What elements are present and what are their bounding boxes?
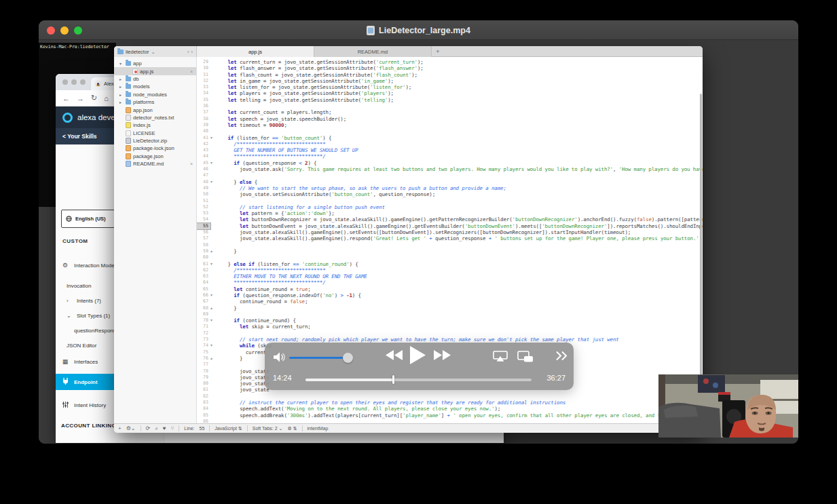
heart-icon[interactable]: ♥ xyxy=(163,425,166,431)
fold-spacer xyxy=(210,223,216,229)
volume-slider[interactable] xyxy=(289,357,353,359)
tab-readme-md[interactable]: README.md xyxy=(314,46,432,57)
status-settings-icon[interactable]: ⚙ ⇅ xyxy=(287,426,297,431)
line-number: 85 xyxy=(197,412,210,419)
fast-forward-button[interactable] xyxy=(433,350,451,360)
search-icon[interactable]: ⌕ xyxy=(155,425,157,432)
line-number: 45 xyxy=(197,160,210,166)
back-icon[interactable]: ← xyxy=(62,94,70,102)
fold-arrow-icon[interactable]: ▾ xyxy=(210,261,216,267)
line-number: 55 xyxy=(197,223,210,229)
tree-item-index-js[interactable]: index.js xyxy=(114,121,196,129)
browser-minimize-button[interactable] xyxy=(71,79,77,85)
close-file-icon[interactable]: × xyxy=(190,161,193,166)
expand-arrow-icon[interactable]: ▸ xyxy=(119,84,124,89)
fold-arrow-icon[interactable]: ▾ xyxy=(210,179,216,185)
tree-item-label: package-lock.json xyxy=(133,145,174,151)
code-line: 73 // start next round; randomly pick wh… xyxy=(197,336,703,343)
tree-item-readme-md[interactable]: README.md× xyxy=(114,160,196,168)
tree-item-node-modules[interactable]: ▸node_modules xyxy=(114,91,196,98)
volume-knob[interactable] xyxy=(343,353,353,363)
code-line: 52 // start listening for a single butto… xyxy=(197,204,703,210)
fold-arrow-icon[interactable]: ▾ xyxy=(210,292,216,298)
tree-item-package-json[interactable]: package.json xyxy=(114,153,196,160)
new-tab-button[interactable]: + xyxy=(432,46,444,57)
fold-arrow-icon[interactable]: ▾ xyxy=(210,317,216,324)
expand-arrow-icon[interactable]: ▸ xyxy=(119,92,124,97)
fold-arrow-icon[interactable]: ▴ xyxy=(210,248,216,254)
picture-in-picture-icon[interactable] xyxy=(517,351,534,362)
tree-item-label: index.js xyxy=(133,122,151,128)
forward-icon[interactable]: → xyxy=(77,94,84,102)
more-controls-icon[interactable] xyxy=(555,351,569,361)
status-line-value[interactable]: 55 xyxy=(199,426,204,431)
tree-item-package-lock-json[interactable]: package-lock.json xyxy=(114,144,196,152)
line-number: 48 xyxy=(197,179,210,185)
status-soft-tabs[interactable]: Soft Tabs: 2 ⌄ xyxy=(253,426,283,431)
browser-close-button[interactable] xyxy=(62,79,68,85)
tree-item-app[interactable]: ▾app xyxy=(114,60,196,67)
your-skills-link[interactable]: < Your Skills xyxy=(62,133,96,140)
chevron-down-icon: ⌄ xyxy=(151,49,155,55)
folder-icon xyxy=(126,92,131,97)
folder-icon xyxy=(126,100,131,104)
fold-spacer xyxy=(210,242,216,248)
js-file-icon xyxy=(126,122,131,128)
tree-item-models[interactable]: ▸models xyxy=(114,83,196,90)
fold-spacer xyxy=(210,330,216,336)
airplay-icon[interactable] xyxy=(493,351,508,362)
tree-item-db[interactable]: ▸db xyxy=(114,75,196,83)
fold-arrow-icon[interactable]: ▴ xyxy=(210,355,216,362)
folder-icon xyxy=(126,77,131,81)
tree-item-app-json[interactable]: app.json xyxy=(114,106,196,113)
line-number: 32 xyxy=(197,78,210,84)
refresh-icon[interactable]: ⟳ xyxy=(146,425,151,431)
status-extra[interactable]: intentMap xyxy=(308,426,329,431)
volume-icon[interactable] xyxy=(273,351,286,363)
fold-spacer xyxy=(210,362,216,368)
language-selector[interactable]: English (US) xyxy=(61,210,122,228)
tree-item-detector-notes-txt[interactable]: detector_notes.txt xyxy=(114,114,196,121)
code-line: 71 let skip = current_turn; xyxy=(197,324,703,330)
video-file-icon xyxy=(367,26,375,35)
branch-icon[interactable]: ⑂ xyxy=(170,425,174,431)
reload-icon[interactable]: ↻ xyxy=(91,94,97,102)
expand-arrow-icon[interactable]: ▸ xyxy=(119,100,124,104)
sidebar-item-permissions[interactable]: PERMISSIONS xyxy=(56,438,164,443)
expand-arrow-icon[interactable]: ▸ xyxy=(119,77,124,81)
fold-arrow-icon[interactable]: ▾ xyxy=(210,343,216,349)
add-icon[interactable]: + xyxy=(118,425,122,431)
playhead-handle[interactable] xyxy=(392,375,394,384)
home-icon[interactable]: ⌂ xyxy=(104,94,109,102)
play-button[interactable] xyxy=(410,346,426,364)
fold-arrow-icon[interactable]: ▾ xyxy=(210,160,216,166)
nav-forward-icon[interactable]: › xyxy=(191,49,193,55)
fold-arrow-icon[interactable]: ▴ xyxy=(210,305,216,311)
settings-icon[interactable]: ⚙⌄ xyxy=(126,425,136,431)
tree-item-license[interactable]: LICENSE xyxy=(114,130,196,137)
tree-item-platforms[interactable]: ▸platforms xyxy=(114,98,196,106)
close-file-icon[interactable]: × xyxy=(190,69,193,74)
timeline-slider[interactable] xyxy=(305,379,532,381)
tree-item-app-js[interactable]: app.js× xyxy=(114,67,196,75)
gear-icon: ⚙ xyxy=(61,262,69,269)
tab-app-js[interactable]: app.js xyxy=(197,46,314,57)
editor-top-bar: liedetector ⌄ ‹ › app.jsREADME.md+ xyxy=(114,46,703,57)
tree-item-label: app.json xyxy=(133,107,153,113)
line-number: 66 xyxy=(197,292,210,298)
expand-arrow-icon[interactable]: ▾ xyxy=(119,61,124,66)
code-line: 72 xyxy=(197,330,703,336)
project-selector[interactable]: liedetector ⌄ ‹ › xyxy=(114,46,197,57)
fold-spacer xyxy=(210,419,216,423)
browser-zoom-button[interactable] xyxy=(80,79,86,85)
status-grammar[interactable]: JavaScript ⇅ xyxy=(215,426,242,431)
editor-scrollbar[interactable] xyxy=(700,94,702,392)
rewind-button[interactable] xyxy=(386,350,403,360)
code-line: 35 let telling = jovo_state.getSessionAt… xyxy=(197,97,703,103)
line-number: 67 xyxy=(197,298,210,305)
code-line: 30 let flash_answer = jovo_state.getSess… xyxy=(197,65,703,71)
tree-item-liedetector-zip[interactable]: LieDetector.zip xyxy=(114,137,196,144)
fold-arrow-icon[interactable]: ▾ xyxy=(210,135,216,141)
tree-item-label: node_modules xyxy=(133,92,167,98)
nav-back-icon[interactable]: ‹ xyxy=(187,49,189,55)
